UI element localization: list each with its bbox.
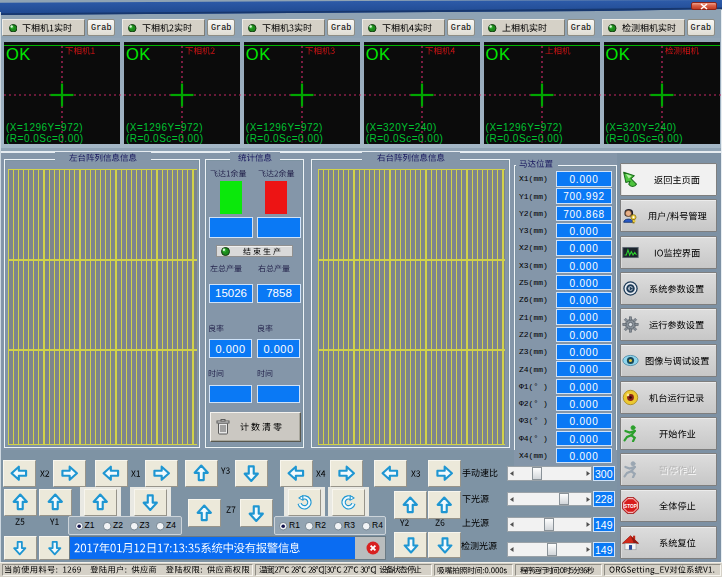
svg-text:STOP: STOP — [624, 504, 637, 509]
